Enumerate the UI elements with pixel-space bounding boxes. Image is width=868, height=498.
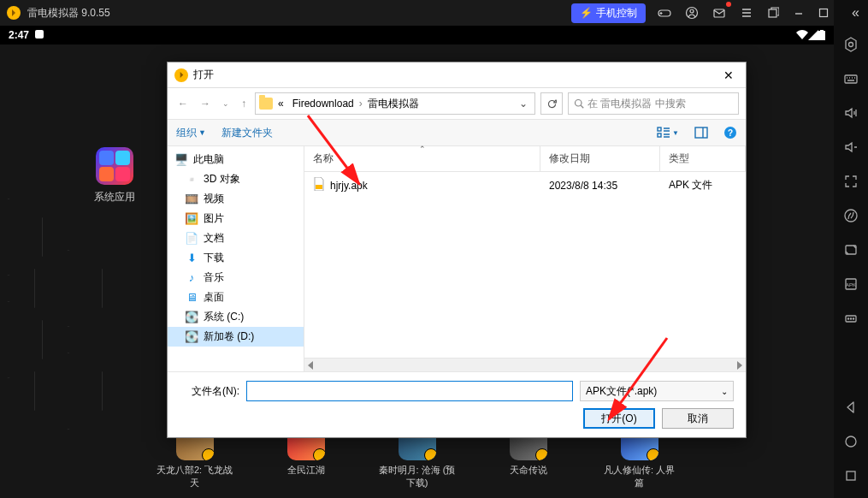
collapse-sidebar-icon[interactable]: « [852,5,859,21]
tree-item-drive-c[interactable]: 💽系统 (C:) [168,307,304,327]
tree-item-pictures[interactable]: 🖼️图片 [168,209,304,228]
document-icon: 📄 [185,232,198,246]
cancel-button[interactable]: 取消 [662,408,734,429]
column-type[interactable]: 类型 [660,146,746,171]
android-status-bar: 2:47 [0,26,834,44]
chevron-down-icon: ▼ [672,129,679,137]
sidebar-settings-icon[interactable] [841,34,861,55]
preview-pane-button[interactable] [694,127,708,139]
drive-icon: 💽 [185,311,198,324]
apk-file-icon [313,177,325,193]
refresh-button[interactable] [540,92,563,115]
file-list-body[interactable]: hjrjy.apk 2023/8/8 14:35 APK 文件 [304,172,746,358]
android-back-icon[interactable] [841,397,861,418]
android-home-icon[interactable] [841,431,861,452]
mail-icon[interactable] [706,0,733,26]
nav-up-icon[interactable]: ↑ [238,94,250,113]
column-date[interactable]: 修改日期 [540,146,660,171]
breadcrumb-dropdown-icon[interactable]: ⌄ [516,98,531,110]
breadcrumb-segment[interactable]: Firedownload [289,96,357,111]
sidebar-volume-down-icon[interactable] [841,137,861,157]
sidebar-volume-up-icon[interactable] [841,103,861,123]
tree-item-videos[interactable]: 🎞️视频 [168,189,304,209]
bolt-icon: ⚡ [580,7,593,19]
status-time: 2:47 [9,29,29,41]
nav-recent-dropdown-icon[interactable]: ⌄ [219,96,233,111]
new-folder-button[interactable]: 新建文件夹 [221,126,273,140]
pc-icon: 🖥️ [174,153,188,167]
file-name-label: 文件名(N): [180,384,239,399]
menu-icon[interactable] [733,0,760,26]
sidebar-fullscreen-icon[interactable] [841,171,861,192]
sidebar-more-icon[interactable] [841,308,861,329]
sidebar-keyboard-icon[interactable] [841,68,861,89]
nav-back-icon[interactable]: ← [174,94,192,113]
svg-rect-11 [845,75,857,83]
organize-button[interactable]: 组织 ▼ [176,126,206,140]
gamepad-icon[interactable] [651,0,678,26]
view-mode-button[interactable]: ▼ [657,127,679,139]
file-name: hjrjy.apk [330,180,368,192]
dialog-logo-icon [174,68,188,82]
phone-control-label: 手机控制 [596,6,637,21]
svg-rect-28 [316,185,322,189]
horizontal-scrollbar[interactable] [304,358,746,371]
dock-badge-icon [535,448,547,460]
dialog-close-button[interactable]: ✕ [718,68,739,82]
drive-icon: 💽 [185,330,198,344]
help-button[interactable]: ? [723,126,737,139]
svg-point-19 [853,318,853,319]
nav-forward-icon[interactable]: → [197,94,214,113]
search-placeholder: 在 雷电模拟器 中搜索 [588,97,686,111]
svg-point-2 [690,9,694,13]
app-title: 雷电模拟器 9.0.55 [27,6,110,21]
sidebar-locale-icon[interactable] [841,205,861,226]
chevron-down-icon: ▼ [198,128,206,137]
dialog-titlebar: 打开 ✕ [168,62,746,88]
svg-point-17 [847,318,848,319]
svg-text:APK: APK [846,282,856,288]
file-type-filter[interactable]: APK文件(*.apk) ⌄ [580,381,734,401]
svg-point-18 [850,318,851,319]
emulator-titlebar: 雷电模拟器 9.0.55 ⚡ 手机控制 [0,0,868,26]
download-icon: ⬇ [185,252,198,265]
tree-item-downloads[interactable]: ⬇下载 [168,248,304,268]
open-button[interactable]: 打开(O) [583,408,655,429]
tree-item-drive-d[interactable]: 💽新加卷 (D:) [168,327,304,347]
dialog-toolbar: 组织 ▼ 新建文件夹 ▼ ? [168,119,746,146]
minimize-button[interactable] [786,0,812,26]
android-recents-icon[interactable] [841,465,861,486]
breadcrumb[interactable]: « Firedownload › 雷电模拟器 ⌄ [255,92,535,115]
app-logo-icon [7,6,21,20]
sidebar-install-apk-icon[interactable]: APK [841,274,861,294]
system-apps-icon[interactable]: 系统应用 [94,147,135,205]
column-name[interactable]: 名称 [304,146,540,171]
tree-item-desktop[interactable]: 🖥桌面 [168,288,304,307]
phone-control-button[interactable]: ⚡ 手机控制 [571,3,646,23]
desktop-icon: 🖥 [185,291,198,305]
search-input[interactable]: 在 雷电模拟器 中搜索 [568,92,739,115]
dialog-nav-bar: ← → ⌄ ↑ « Firedownload › 雷电模拟器 ⌄ 在 雷电模拟器… [168,88,746,119]
popout-icon[interactable] [760,0,786,26]
file-row[interactable]: hjrjy.apk 2023/8/8 14:35 APK 文件 [304,172,746,199]
notification-dot-icon [726,2,731,7]
picture-icon: 🖼️ [185,212,198,226]
tree-item-music[interactable]: ♪音乐 [168,268,304,288]
folder-tree[interactable]: 🖥️此电脑 ▫️3D 对象 🎞️视频 🖼️图片 📄文档 ⬇下载 ♪音乐 🖥桌面 … [168,146,304,371]
tree-item-this-pc[interactable]: 🖥️此电脑 [168,150,304,169]
sidebar-screenshot-icon[interactable] [841,240,861,260]
file-name-input[interactable] [246,381,573,401]
file-list-header: 名称 修改日期 类型 [304,146,746,172]
maximize-button[interactable] [812,0,836,26]
dock-item-label: 凡人修仙传: 人界篇 [601,464,678,489]
tree-item-documents[interactable]: 📄文档 [168,228,304,248]
mute-icon [34,29,44,42]
dock-badge-icon [647,448,658,460]
dialog-title: 打开 [193,68,214,82]
tree-item-3d-objects[interactable]: ▫️3D 对象 [168,169,304,189]
user-icon[interactable] [678,0,706,26]
breadcrumb-segment[interactable]: 雷电模拟器 [364,95,422,113]
cube-icon: ▫️ [185,173,198,187]
dock-badge-icon [424,448,436,460]
breadcrumb-root-icon[interactable]: « [275,96,287,111]
